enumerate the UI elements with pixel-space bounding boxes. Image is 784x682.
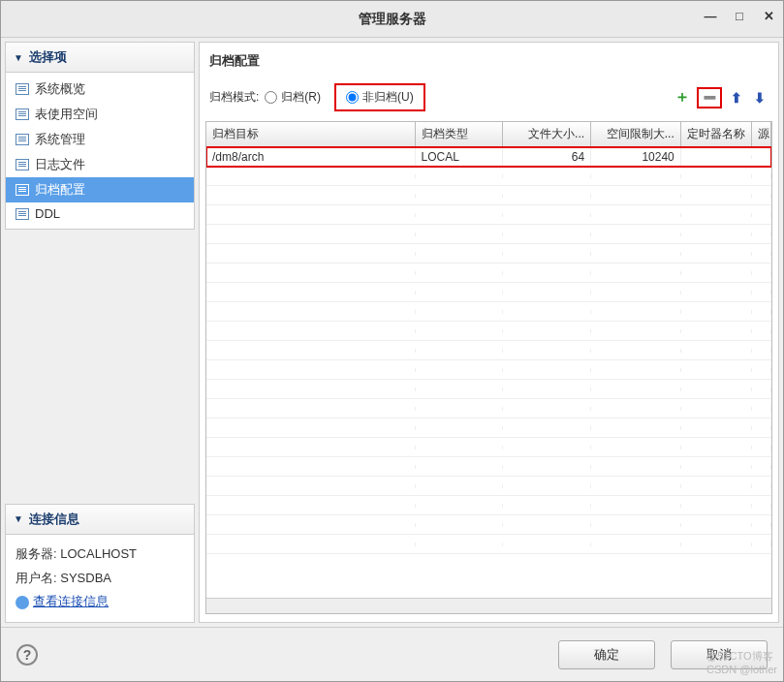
sidebar-item-ddl[interactable]: DDL [6, 202, 194, 225]
table-row[interactable] [206, 341, 771, 360]
col-source[interactable]: 源 [752, 122, 771, 146]
ok-button[interactable]: 确定 [558, 640, 655, 669]
table-row[interactable] [206, 457, 771, 477]
radio-archive-label: 归档(R) [281, 89, 321, 106]
table-row[interactable] [206, 496, 771, 515]
table-row[interactable] [206, 360, 771, 380]
table-row[interactable] [206, 535, 771, 554]
user-value: SYSDBA [60, 571, 111, 585]
table-row[interactable] [206, 418, 771, 438]
nav-list: 系统概览 表使用空间 系统管理 日志文件 归档配置 DDL [6, 73, 194, 229]
sidebar-item-label: 表使用空间 [35, 106, 98, 123]
sidebar-item-system[interactable]: 系统管理 [6, 127, 194, 152]
col-filesize[interactable]: 文件大小... [503, 122, 591, 146]
select-panel: ▼ 选择项 系统概览 表使用空间 系统管理 日志文件 归档配置 DDL [5, 42, 195, 230]
connection-panel: ▼ 连接信息 服务器: LOCALHOST 用户名: SYSDBA 查看连接信息 [5, 504, 195, 623]
table-row[interactable] [206, 283, 771, 302]
table-row[interactable] [206, 438, 771, 457]
server-row: 服务器: LOCALHOST [16, 542, 184, 567]
cell-filesize: 64 [503, 148, 591, 166]
radio-nonarchive[interactable]: 非归档(U) [334, 83, 425, 111]
col-spacelimit[interactable]: 空间限制大... [591, 122, 681, 146]
radio-nonarchive-input[interactable] [346, 91, 359, 104]
radio-nonarchive-label: 非归档(U) [362, 89, 414, 106]
remove-row-highlight: ━ [697, 87, 722, 108]
table-row[interactable] [206, 225, 771, 244]
page-icon [16, 159, 29, 170]
table-row[interactable] [206, 477, 771, 496]
radio-archive-input[interactable] [265, 91, 277, 104]
connection-panel-header[interactable]: ▼ 连接信息 [6, 505, 194, 535]
sidebar-item-tablespace[interactable]: 表使用空间 [6, 102, 194, 127]
table-row[interactable] [206, 515, 771, 535]
window-title: 管理服务器 [359, 11, 426, 28]
remove-row-button[interactable]: ━ [701, 89, 718, 107]
sidebar-item-label: 归档配置 [35, 181, 85, 199]
add-row-button[interactable]: ＋ [674, 89, 691, 107]
titlebar: 管理服务器 — □ ✕ [1, 1, 783, 38]
table-row[interactable] [206, 302, 771, 322]
table-row[interactable] [206, 244, 771, 264]
page-icon [16, 208, 29, 220]
cell-target: /dm8/arch [206, 148, 416, 166]
select-panel-header[interactable]: ▼ 选择项 [6, 43, 194, 73]
cell-spacelimit: 10240 [591, 148, 681, 166]
table-row[interactable] [206, 380, 771, 399]
page-title: 归档配置 [209, 52, 768, 70]
window-controls: — □ ✕ [704, 9, 775, 22]
cancel-label: 取消 [706, 646, 732, 664]
sidebar-item-logfiles[interactable]: 日志文件 [6, 152, 194, 177]
ok-label: 确定 [594, 646, 619, 664]
horizontal-scrollbar[interactable] [206, 598, 771, 613]
select-panel-title: 选择项 [29, 48, 67, 66]
server-value: LOCALHOST [60, 546, 137, 561]
table-row[interactable] [206, 322, 771, 341]
help-button[interactable]: ? [16, 644, 38, 666]
close-button[interactable]: ✕ [762, 9, 775, 22]
body: ▼ 选择项 系统概览 表使用空间 系统管理 日志文件 归档配置 DDL ▼ 连接… [1, 38, 783, 627]
table-row[interactable] [206, 264, 771, 283]
minimize-button[interactable]: — [704, 9, 717, 22]
magnifier-icon [16, 596, 29, 609]
connection-panel-title: 连接信息 [29, 511, 79, 528]
main-panel: 归档配置 归档模式: 归档(R) 非归档(U) ＋ ━ ⬆ ⬇ 归档目标 归档类… [199, 42, 779, 623]
cell-type: LOCAL [416, 148, 504, 166]
page-icon [16, 83, 29, 95]
table-body: /dm8/arch LOCAL 64 10240 [206, 147, 771, 598]
sidebar-item-label: 系统概览 [35, 80, 85, 98]
table-row[interactable] [206, 205, 771, 225]
move-down-button[interactable]: ⬇ [751, 89, 768, 107]
archive-mode-radio-group: 归档(R) 非归档(U) [265, 83, 424, 111]
maximize-button[interactable]: □ [733, 9, 746, 22]
footer: ? 确定 取消 [1, 627, 783, 681]
cancel-button[interactable]: 取消 [671, 640, 768, 669]
sidebar-item-overview[interactable]: 系统概览 [6, 77, 194, 102]
table-header: 归档目标 归档类型 文件大小... 空间限制大... 定时器名称 源 [206, 122, 771, 147]
table-row[interactable] [206, 167, 771, 186]
sidebar: ▼ 选择项 系统概览 表使用空间 系统管理 日志文件 归档配置 DDL ▼ 连接… [5, 42, 195, 623]
radio-archive[interactable]: 归档(R) [265, 89, 321, 106]
chevron-down-icon: ▼ [14, 513, 23, 524]
move-up-button[interactable]: ⬆ [728, 89, 745, 107]
connection-body: 服务器: LOCALHOST 用户名: SYSDBA 查看连接信息 [6, 535, 194, 622]
table-row[interactable] [206, 399, 771, 418]
table-row[interactable] [206, 186, 771, 205]
cell-source [752, 155, 771, 159]
sidebar-item-archive[interactable]: 归档配置 [6, 177, 194, 202]
cell-timer [681, 155, 752, 159]
server-label: 服务器: [16, 546, 57, 561]
col-type[interactable]: 归档类型 [416, 122, 504, 146]
page-icon [16, 134, 29, 145]
page-icon [16, 184, 29, 196]
col-target[interactable]: 归档目标 [206, 122, 416, 146]
view-connection-link[interactable]: 查看连接信息 [16, 590, 184, 614]
page-icon [16, 108, 29, 120]
archive-mode-row: 归档模式: 归档(R) 非归档(U) ＋ ━ ⬆ ⬇ [205, 81, 772, 121]
chevron-down-icon: ▼ [14, 52, 23, 63]
window: 管理服务器 — □ ✕ ▼ 选择项 系统概览 表使用空间 系统管理 日志文件 归… [0, 0, 784, 682]
col-timer[interactable]: 定时器名称 [681, 122, 752, 146]
table-row[interactable]: /dm8/arch LOCAL 64 10240 [206, 147, 771, 167]
archive-mode-label: 归档模式: [209, 89, 259, 106]
user-row: 用户名: SYSDBA [16, 567, 184, 591]
user-label: 用户名: [16, 571, 57, 585]
